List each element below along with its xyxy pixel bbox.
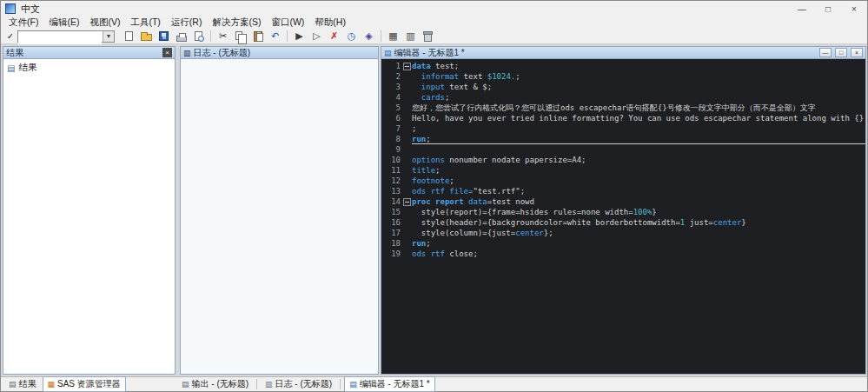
- code-line[interactable]: 7;: [381, 123, 865, 134]
- code-line[interactable]: 4 cards;: [381, 92, 865, 103]
- code-line[interactable]: 10options nonumber nodate papersize=A4;: [381, 155, 865, 165]
- code-text: proc report data=test nowd: [412, 196, 865, 207]
- paste-button[interactable]: [249, 29, 266, 43]
- tab-separator: [256, 379, 257, 389]
- submit-selection-button[interactable]: ▷: [308, 29, 325, 43]
- menu-item[interactable]: 编辑(E): [43, 17, 84, 29]
- results-panel-title: 结果: [6, 47, 23, 59]
- code-line[interactable]: 2 informat text $1024.;: [381, 71, 865, 82]
- delete-button[interactable]: [420, 29, 436, 43]
- line-number: 18: [381, 238, 402, 249]
- code-line[interactable]: 11title;: [381, 165, 865, 176]
- window-controls: — □ ×: [789, 1, 867, 17]
- tab-editor[interactable]: ▤编辑器 - 无标题1 *: [344, 376, 435, 392]
- editor-restore-button[interactable]: □: [835, 48, 847, 57]
- copy-button[interactable]: [232, 29, 248, 43]
- toolbar: ✓ ▼ ✂↶▶▷✗◷◈▦▥: [1, 29, 867, 44]
- chevron-down-icon[interactable]: ▼: [103, 31, 114, 42]
- code-text: [412, 144, 865, 155]
- maximize-button[interactable]: □: [815, 1, 841, 17]
- editor-minimize-button[interactable]: —: [819, 48, 832, 57]
- code-line[interactable]: 6Hello, have you ever tried inline forma…: [381, 113, 865, 123]
- line-number: 14: [381, 196, 402, 207]
- tab-sas-explorer[interactable]: ▦SAS 资源管理器: [43, 376, 126, 392]
- code-text: ;: [412, 123, 865, 134]
- stop-button[interactable]: ✗: [326, 29, 342, 43]
- window-title: 中文: [21, 3, 40, 16]
- code-line[interactable]: 3 input text & $;: [381, 82, 865, 92]
- code-text: run;: [412, 238, 865, 249]
- task-status-button[interactable]: ◈: [361, 29, 377, 43]
- results-close-icon[interactable]: ×: [162, 48, 172, 57]
- menu-item[interactable]: 帮助(H): [309, 17, 351, 29]
- line-number: 2: [381, 71, 402, 82]
- tree-item-results[interactable]: ▤ 结果: [7, 62, 171, 74]
- code-line[interactable]: 13ods rtf file="test.rtf";: [381, 186, 865, 196]
- page-magnifier-icon: [195, 31, 202, 41]
- code-text: footnote;: [412, 176, 865, 186]
- schedule-button[interactable]: ◷: [343, 29, 360, 43]
- code-area[interactable]: 1data test;2 informat text $1024.;3 inpu…: [381, 59, 865, 374]
- log-icon: ▥: [183, 49, 191, 57]
- new-file-button[interactable]: [121, 29, 137, 43]
- code-line[interactable]: 1data test;: [381, 61, 865, 71]
- window-layout-button[interactable]: ▦: [385, 29, 401, 43]
- code-line[interactable]: 12footnote;: [381, 176, 865, 186]
- tab-label: 输出 - (无标题): [192, 378, 249, 390]
- line-number: 4: [381, 92, 402, 103]
- toolbar-icons: ✂↶▶▷✗◷◈▦▥: [121, 29, 436, 43]
- code-line[interactable]: 16 style(header)={backgroundcolor=white …: [381, 217, 865, 228]
- fold-spacer: [402, 249, 412, 259]
- fold-marker-icon[interactable]: [402, 61, 412, 71]
- print-button[interactable]: [173, 29, 189, 43]
- left-tab-group: ▤结果▦SAS 资源管理器: [1, 376, 177, 392]
- code-line[interactable]: 15 style(report)={frame=hsides rules=non…: [381, 207, 865, 217]
- fold-marker-icon[interactable]: [402, 196, 412, 207]
- code-line[interactable]: 8run;: [381, 134, 865, 144]
- fold-spacer: [402, 228, 412, 238]
- toolbar-combobox[interactable]: ▼: [17, 30, 115, 43]
- results-panel: 结果 × ▤ 结果: [3, 46, 176, 375]
- code-line[interactable]: 17 style(column)={just=center};: [381, 228, 865, 238]
- minimize-button[interactable]: —: [789, 1, 815, 17]
- line-number: 16: [381, 217, 402, 228]
- menu-item[interactable]: 窗口(W): [266, 17, 309, 29]
- menu-item[interactable]: 解决方案(S): [207, 17, 266, 29]
- editor-close-button[interactable]: ×: [851, 48, 863, 57]
- close-button[interactable]: ×: [841, 1, 867, 17]
- cut-button[interactable]: ✂: [215, 29, 231, 43]
- workspace-layout-button[interactable]: ▥: [402, 29, 419, 43]
- code-line[interactable]: 18run;: [381, 238, 865, 249]
- code-text: style(report)={frame=hsides rules=none w…: [412, 207, 865, 217]
- code-text: title;: [412, 165, 865, 176]
- code-line[interactable]: 9: [381, 144, 865, 155]
- submit-button[interactable]: ▶: [291, 29, 308, 43]
- tab-log[interactable]: ▥日志 - (无标题): [261, 377, 336, 391]
- clipboard-icon: [254, 31, 262, 42]
- code-line[interactable]: 14proc report data=test nowd: [381, 196, 865, 207]
- menu-item[interactable]: 运行(R): [166, 17, 208, 29]
- line-number: 9: [381, 144, 402, 155]
- menu-item[interactable]: 视图(V): [84, 17, 125, 29]
- fold-spacer: [402, 144, 412, 155]
- print-preview-button[interactable]: [190, 29, 207, 43]
- results-panel-header: 结果 ×: [3, 47, 175, 59]
- tab-output[interactable]: ▤输出 - (无标题): [177, 377, 253, 391]
- line-number: 11: [381, 165, 402, 176]
- line-number: 10: [381, 155, 402, 165]
- open-button[interactable]: [138, 29, 155, 43]
- log-content[interactable]: [181, 59, 378, 374]
- code-line[interactable]: 19ods rtf close;: [381, 249, 865, 259]
- line-number: 17: [381, 228, 402, 238]
- tab-results-bottom[interactable]: ▤结果: [4, 377, 41, 391]
- code-text: style(header)={backgroundcolor=white bor…: [412, 217, 865, 228]
- code-line[interactable]: 5您好，您尝试了行内格式化吗？您可以通过ods escapechar语句搭配{}…: [381, 103, 865, 113]
- undo-button[interactable]: ↶: [267, 29, 283, 43]
- log-panel-header: ▥ 日志 - (无标题): [181, 47, 378, 59]
- menu-item[interactable]: 工具(T): [125, 17, 165, 29]
- fold-spacer: [402, 176, 412, 186]
- fold-spacer: [402, 103, 412, 113]
- menu-item[interactable]: 文件(F): [3, 17, 43, 29]
- save-button[interactable]: [156, 29, 172, 43]
- check-icon[interactable]: ✓: [4, 31, 17, 41]
